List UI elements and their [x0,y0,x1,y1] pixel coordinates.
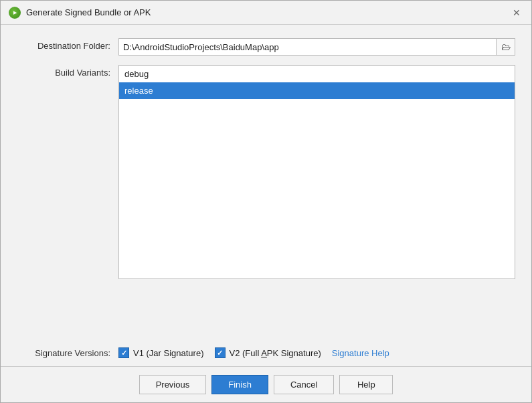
close-button[interactable]: ✕ [510,7,523,19]
main-dialog: Generate Signed Bundle or APK ✕ Destinat… [0,0,532,403]
signature-help-link[interactable]: Signature Help [332,348,389,358]
folder-icon: 🗁 [501,42,511,52]
destination-input[interactable] [118,38,497,56]
previous-button[interactable]: Previous [139,375,207,394]
build-variants-label: Build Variants: [17,65,110,78]
v1-label[interactable]: V1 (Jar Signature) [133,348,204,358]
v2-label[interactable]: V2 (Full APK Signature) [230,348,321,358]
signature-label: Signature Versions: [17,348,110,358]
destination-label: Destination Folder: [17,38,110,51]
destination-field: 🗁 [118,38,515,56]
help-button[interactable]: Help [339,375,393,394]
destination-row: Destination Folder: 🗁 [17,38,515,56]
title-bar: Generate Signed Bundle or APK ✕ [1,1,531,25]
dialog-content: Destination Folder: 🗁 Build Variants: de… [1,25,531,366]
dialog-footer: Previous Finish Cancel Help [1,366,531,402]
v1-checkbox-group: V1 (Jar Signature) [118,347,204,358]
dialog-title: Generate Signed Bundle or APK [26,7,505,17]
variant-item-release[interactable]: release [119,82,515,99]
finish-button[interactable]: Finish [211,375,268,394]
app-icon [9,7,21,19]
cancel-button[interactable]: Cancel [274,375,334,394]
v2-checkbox-group: V2 (Full APK Signature) [215,347,321,358]
variant-item-debug[interactable]: debug [119,66,515,82]
v2-underline: A [261,348,267,358]
v1-checkbox[interactable] [118,347,129,358]
variants-list: debug release [118,65,515,279]
browse-folder-button[interactable]: 🗁 [497,38,515,56]
signature-options: V1 (Jar Signature) V2 (Full APK Signatur… [118,347,515,358]
v2-checkbox[interactable] [215,347,226,358]
signature-row: Signature Versions: V1 (Jar Signature) V… [17,347,515,358]
build-variants-row: Build Variants: debug release [17,65,515,338]
